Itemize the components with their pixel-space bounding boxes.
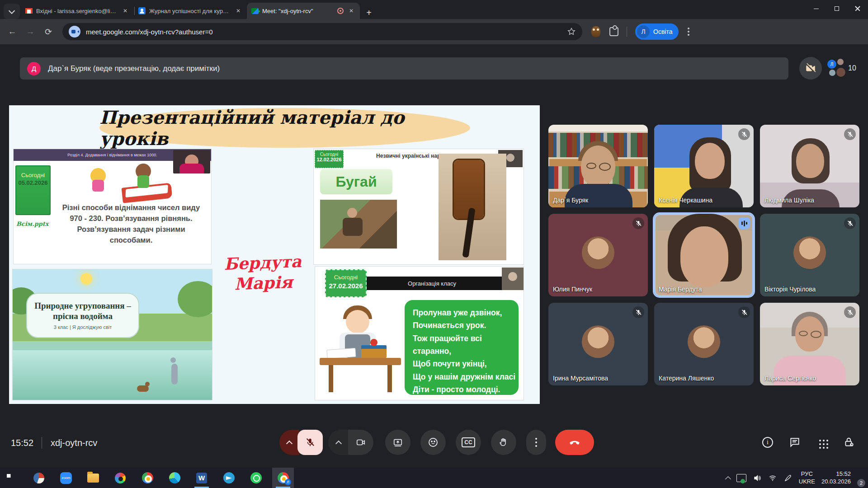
taskbar-app-edge[interactable] bbox=[164, 468, 185, 488]
leave-call-button[interactable] bbox=[555, 430, 594, 455]
more-options-button[interactable] bbox=[526, 430, 546, 455]
participant-tile[interactable]: Катерина Ляшенко bbox=[654, 303, 754, 385]
camera-off-icon bbox=[805, 62, 816, 74]
camera-off-indicator[interactable] bbox=[799, 57, 822, 80]
participant-tile[interactable]: Лариса Сергієнко bbox=[760, 303, 859, 385]
chrome-icon bbox=[142, 472, 153, 483]
webcam-thumbnail bbox=[502, 267, 524, 290]
extensions-icon[interactable] bbox=[609, 27, 618, 36]
camera-button[interactable] bbox=[348, 430, 373, 455]
tab-journal[interactable]: Журнал успішності для курсу " ✕ bbox=[134, 3, 247, 19]
participants-counter[interactable]: Л 10 bbox=[826, 57, 864, 80]
speaker-icon[interactable] bbox=[753, 474, 762, 482]
chat-button[interactable] bbox=[785, 432, 805, 452]
participant-tile[interactable]: Дар`я Буряк bbox=[548, 125, 648, 207]
tab-close-icon[interactable]: ✕ bbox=[121, 7, 129, 15]
windows-logo-icon bbox=[7, 474, 15, 482]
maximize-button[interactable] bbox=[826, 0, 847, 17]
close-button[interactable] bbox=[847, 0, 868, 17]
address-bar[interactable]: meet.google.com/xdj-oytn-rcv?authuser=0 bbox=[62, 23, 582, 40]
meeting-details-button[interactable]: i bbox=[758, 432, 778, 452]
wifi-icon[interactable] bbox=[768, 474, 777, 482]
language-indicator[interactable]: РУС UKRE bbox=[799, 470, 815, 485]
url-text[interactable]: meet.google.com/xdj-oytn-rcv?authuser=0 bbox=[86, 28, 561, 36]
tab-title: Meet: "xdj-oytn-rcv" bbox=[262, 8, 334, 14]
start-button[interactable] bbox=[0, 468, 22, 488]
camera-options-chevron[interactable] bbox=[328, 430, 349, 455]
tab-search-chevron-icon[interactable] bbox=[4, 4, 20, 19]
recording-indicator-icon bbox=[337, 8, 344, 14]
gmail-icon bbox=[25, 8, 33, 14]
forward-button[interactable]: → bbox=[23, 24, 38, 39]
taskbar-app-word[interactable]: W bbox=[191, 468, 212, 488]
tab-gmail[interactable]: Вхідні - larissa.sergienko@lispk. ✕ bbox=[21, 3, 134, 19]
avatar bbox=[582, 236, 614, 269]
pen-icon[interactable] bbox=[783, 474, 793, 482]
mini-slide-class-organisation: Сьогодні 27.02.2026 Організація класу Пр… bbox=[315, 267, 524, 400]
participant-tile[interactable]: Юлия Пинчук bbox=[548, 214, 648, 296]
participant-tile[interactable]: Ірина Мурсамітова bbox=[548, 303, 648, 385]
tab-close-icon[interactable]: ✕ bbox=[347, 7, 355, 15]
participant-name: Катерина Ляшенко bbox=[659, 375, 714, 382]
person-icon bbox=[138, 7, 146, 14]
participant-tile[interactable]: Вікторія Чурілова bbox=[760, 214, 859, 296]
browser-menu-icon[interactable] bbox=[688, 31, 689, 33]
date-tag: Сьогодні 27.02.2026 bbox=[325, 269, 367, 297]
minimize-button[interactable] bbox=[806, 0, 826, 17]
owl-extension-icon[interactable] bbox=[591, 26, 600, 37]
duck-illustration bbox=[137, 385, 149, 392]
taskbar-app-whatsapp[interactable] bbox=[245, 468, 267, 488]
end-call-icon bbox=[569, 436, 580, 448]
file-explorer-icon bbox=[87, 474, 99, 483]
avatar bbox=[793, 236, 826, 269]
mic-off-icon bbox=[305, 437, 315, 447]
mic-off-icon bbox=[738, 306, 750, 318]
present-screen-button[interactable] bbox=[385, 430, 410, 455]
participant-tile-speaking[interactable]: Марія Бердута bbox=[654, 214, 754, 296]
mic-off-icon bbox=[844, 217, 856, 229]
poem-line: Тож працюйте всі старанно, bbox=[413, 332, 519, 358]
browser-profile-button[interactable]: Л Освіта bbox=[635, 23, 679, 40]
reload-button[interactable]: ⟳ bbox=[41, 24, 56, 39]
participant-name: Марія Бердута bbox=[659, 286, 702, 293]
raise-hand-button[interactable] bbox=[491, 430, 516, 455]
microphone-control bbox=[279, 430, 323, 455]
poem-line: Діти - просто молодці. bbox=[413, 383, 519, 396]
taskbar-app-chrome-profile[interactable]: Л bbox=[272, 468, 294, 488]
activities-button[interactable] bbox=[812, 432, 832, 452]
tab-meet-active[interactable]: Meet: "xdj-oytn-rcv" ✕ bbox=[247, 3, 360, 19]
captions-button[interactable]: CC bbox=[456, 430, 481, 455]
taskbar-app-zoom[interactable]: zoom bbox=[55, 468, 77, 488]
bookmark-star-icon[interactable] bbox=[567, 27, 576, 36]
participant-tile[interactable]: Людмила Шуліка bbox=[760, 125, 859, 207]
back-button[interactable]: ← bbox=[5, 24, 20, 39]
host-controls-button[interactable] bbox=[839, 432, 859, 452]
mic-options-chevron[interactable] bbox=[279, 430, 299, 455]
handwritten-annotation: Бердута Марія bbox=[217, 251, 309, 295]
taskbar-clock[interactable]: 15:52 20.03.2026 bbox=[821, 470, 851, 486]
camera-control bbox=[328, 430, 373, 455]
sun-illustration bbox=[80, 273, 92, 285]
mic-off-icon bbox=[632, 306, 644, 318]
nature-slide-title: Природне угруповання – прісна водойма bbox=[32, 301, 134, 322]
taskbar-app-chrome[interactable] bbox=[137, 468, 158, 488]
shared-presentation[interactable]: Презентаційний матеріал до уроків Розділ… bbox=[9, 105, 540, 404]
tab-close-icon[interactable]: ✕ bbox=[234, 7, 242, 15]
hand-icon bbox=[499, 437, 509, 447]
taskbar-app-satellite[interactable] bbox=[28, 468, 50, 488]
poem-line: Що у нашім дружнім класі bbox=[413, 371, 519, 383]
avatar bbox=[836, 68, 845, 77]
taskbar-app-explorer[interactable] bbox=[82, 468, 104, 488]
new-tab-button[interactable]: + bbox=[363, 6, 375, 19]
hidden-icons-chevron[interactable] bbox=[725, 476, 731, 482]
reactions-button[interactable] bbox=[420, 430, 446, 455]
taskbar-app-paint[interactable] bbox=[109, 468, 131, 488]
poem-line: Щоб почути укінці, bbox=[413, 357, 519, 370]
taskbar-app-telegram[interactable] bbox=[218, 468, 240, 488]
mic-off-icon bbox=[844, 128, 856, 140]
pond-illustration bbox=[13, 350, 212, 400]
mic-mute-button[interactable] bbox=[297, 430, 323, 455]
presenter-banner-text: Дар`я Буряк (веде презентацію, додає при… bbox=[48, 64, 220, 73]
participant-tile[interactable]: Ксенія Черкашина bbox=[654, 125, 754, 207]
battery-icon[interactable] bbox=[736, 474, 746, 482]
